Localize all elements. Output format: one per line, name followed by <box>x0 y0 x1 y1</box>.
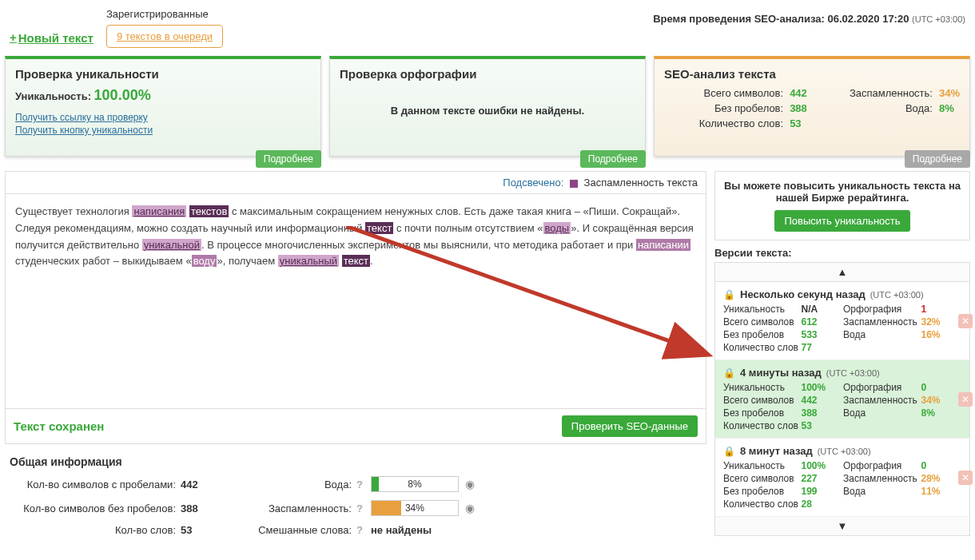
plus-icon: + <box>10 30 17 45</box>
more-button[interactable]: Подробнее <box>580 150 646 168</box>
versions-up-button[interactable]: ▲ <box>714 262 970 282</box>
seo-words: 53 <box>790 117 807 129</box>
help-icon[interactable]: ? <box>356 524 363 536</box>
mixed-words-value: не найдены <box>371 524 432 536</box>
spam-bar: 34% <box>371 500 459 516</box>
panel-spellcheck: Проверка орфографии В данном тексте ошиб… <box>329 56 646 157</box>
get-uniq-button[interactable]: Получить кнопку уникальности <box>15 125 311 136</box>
lock-icon: 🔒 <box>723 367 735 379</box>
check-seo-button[interactable]: Проверить SEO-данные <box>562 415 698 437</box>
versions-title: Версии текста: <box>714 247 970 259</box>
lock-icon: 🔒 <box>723 446 735 457</box>
spellcheck-no-errors: В данном тексте ошибки не найдены. <box>340 105 635 117</box>
chars-no-spaces: 388 <box>181 502 221 514</box>
uniqueness-value: 100.00% <box>94 87 151 103</box>
chars-with-spaces: 442 <box>181 479 221 490</box>
panel-title: Проверка уникальности <box>15 67 311 81</box>
versions-down-button[interactable]: ▼ <box>714 517 970 536</box>
queue-button[interactable]: 9 текстов в очереди <box>106 25 223 48</box>
promo-rewriting: Вы можете повысить уникальность текста н… <box>714 171 970 240</box>
delete-version-button[interactable]: ✕ <box>958 471 973 485</box>
lock-icon: 🔒 <box>723 289 735 300</box>
highlight-legend: Подсвечено: Заспамленность текста <box>5 171 706 193</box>
analyzed-text: Существует технология написания текстов … <box>5 193 706 409</box>
seo-chars: 442 <box>790 87 807 99</box>
panel-title: SEO-анализ текста <box>664 67 960 81</box>
toggle-highlight-icon[interactable]: ◉ <box>465 478 475 490</box>
text-saved-status: Текст сохранен <box>14 419 104 433</box>
version-item[interactable]: 🔒4 минуты назад (UTC +03:00)Уникальность… <box>715 360 969 439</box>
toggle-highlight-icon[interactable]: ◉ <box>465 502 475 514</box>
new-text-label: Новый текст <box>18 31 94 45</box>
seo-analysis-time: Время проведения SEO-анализа: 06.02.2020… <box>653 8 965 25</box>
spam-swatch-icon <box>570 180 578 188</box>
registered-label: Зарегистрированные <box>106 8 209 20</box>
more-button[interactable]: Подробнее <box>905 150 970 168</box>
general-info-title: Общая информация <box>10 455 706 468</box>
water-bar: 8% <box>371 476 459 492</box>
version-item[interactable]: 🔒8 минут назад (UTC +03:00)Уникальность1… <box>715 439 969 517</box>
annotation-arrow <box>346 226 714 402</box>
panel-uniqueness: Проверка уникальности Уникальность: 100.… <box>5 56 321 157</box>
new-text-link[interactable]: + Новый текст <box>10 30 94 45</box>
chevron-down-icon: ▼ <box>838 520 848 532</box>
panel-seo: SEO-анализ текста Всего символов: 442 За… <box>654 56 970 157</box>
help-icon[interactable]: ? <box>356 479 363 490</box>
get-check-link[interactable]: Получить ссылку на проверку <box>15 112 311 123</box>
word-count: 53 <box>181 524 221 536</box>
delete-version-button[interactable]: ✕ <box>958 392 973 407</box>
chevron-up-icon: ▲ <box>838 266 848 278</box>
seo-water: 8% <box>939 102 960 114</box>
seo-nospaces: 388 <box>790 102 807 114</box>
promo-button[interactable]: Повысить уникальность <box>774 210 909 232</box>
panel-title: Проверка орфографии <box>340 67 635 81</box>
version-item[interactable]: 🔒Несколько секунд назад (UTC +03:00)Уник… <box>715 282 969 360</box>
help-icon[interactable]: ? <box>356 502 363 514</box>
delete-version-button[interactable]: ✕ <box>958 314 973 328</box>
seo-spam: 34% <box>939 87 960 99</box>
more-button[interactable]: Подробнее <box>256 150 321 168</box>
